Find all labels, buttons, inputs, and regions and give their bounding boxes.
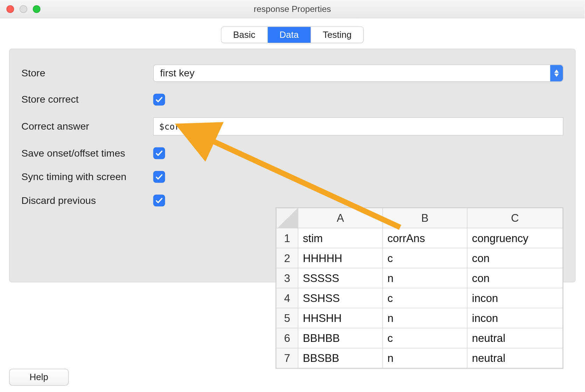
discard-previous-label: Discard previous: [21, 195, 153, 207]
cell[interactable]: n: [383, 308, 467, 328]
row-header[interactable]: 1: [276, 228, 298, 248]
row-header[interactable]: 5: [276, 308, 298, 328]
table-row: 2 HHHHH c con: [276, 248, 563, 268]
cell[interactable]: BBHBB: [298, 328, 383, 348]
cell[interactable]: con: [467, 248, 563, 268]
sheet-select-all[interactable]: [276, 208, 298, 228]
check-icon: [155, 173, 163, 181]
col-header-B[interactable]: B: [383, 208, 467, 228]
cell[interactable]: SSHSS: [298, 288, 383, 308]
cell[interactable]: neutral: [467, 328, 563, 348]
correct-answer-input[interactable]: $corrAns: [153, 117, 563, 136]
cell[interactable]: HHHHH: [298, 248, 383, 268]
cell[interactable]: BBSBB: [298, 348, 383, 368]
cell[interactable]: c: [383, 248, 467, 268]
store-label: Store: [21, 67, 153, 79]
store-correct-label: Store correct: [21, 94, 153, 105]
segmented-tabs: Basic Data Testing: [221, 26, 364, 43]
table-row: 7 BBSBB n neutral: [276, 348, 563, 368]
cell[interactable]: stim: [298, 228, 383, 248]
svg-marker-0: [554, 70, 559, 73]
col-header-A[interactable]: A: [298, 208, 383, 228]
cell[interactable]: n: [383, 268, 467, 288]
sync-timing-label: Sync timing with screen: [21, 171, 153, 183]
row-header[interactable]: 6: [276, 328, 298, 348]
zoom-icon[interactable]: [33, 5, 40, 13]
cell[interactable]: corrAns: [383, 228, 467, 248]
col-header-C[interactable]: C: [467, 208, 563, 228]
correct-answer-value: $corrAns: [159, 122, 201, 132]
row-header[interactable]: 2: [276, 248, 298, 268]
discard-previous-checkbox[interactable]: [153, 195, 165, 207]
tab-basic[interactable]: Basic: [221, 27, 268, 43]
table-row: 6 BBHBB c neutral: [276, 328, 563, 348]
check-icon: [155, 96, 163, 104]
cell[interactable]: incon: [467, 288, 563, 308]
tab-testing[interactable]: Testing: [311, 27, 364, 43]
correct-answer-label: Correct answer: [21, 121, 153, 132]
window-titlebar: response Properties: [0, 0, 585, 18]
window-title: response Properties: [254, 4, 331, 14]
row-header[interactable]: 7: [276, 348, 298, 368]
row-header[interactable]: 3: [276, 268, 298, 288]
cell[interactable]: con: [467, 268, 563, 288]
check-icon: [155, 197, 163, 205]
sync-timing-checkbox[interactable]: [153, 171, 165, 183]
cell[interactable]: HHSHH: [298, 308, 383, 328]
row-header[interactable]: 4: [276, 288, 298, 308]
svg-marker-1: [554, 74, 559, 77]
window-traffic-lights: [6, 5, 40, 13]
check-icon: [155, 149, 163, 157]
cell[interactable]: n: [383, 348, 467, 368]
help-button[interactable]: Help: [9, 369, 69, 386]
table-row: 5 HHSHH n incon: [276, 308, 563, 328]
store-dropdown[interactable]: first key: [153, 64, 563, 82]
minimize-icon[interactable]: [20, 5, 27, 13]
close-icon[interactable]: [6, 5, 14, 13]
cell[interactable]: c: [383, 288, 467, 308]
tabs-container: Basic Data Testing: [0, 18, 585, 45]
table-row: 4 SSHSS c incon: [276, 288, 563, 308]
store-value: first key: [160, 67, 194, 79]
cell[interactable]: SSSSS: [298, 268, 383, 288]
spreadsheet-overlay: A B C 1 stim corrAns congruency 2 HHHHH …: [276, 207, 564, 369]
dropdown-stepper-icon: [550, 65, 563, 82]
table-row: 3 SSSSS n con: [276, 268, 563, 288]
table-row: 1 stim corrAns congruency: [276, 228, 563, 248]
save-times-label: Save onset/offset times: [21, 147, 153, 159]
cell[interactable]: c: [383, 328, 467, 348]
cell[interactable]: congruency: [467, 228, 563, 248]
tab-data[interactable]: Data: [268, 27, 311, 43]
cell[interactable]: neutral: [467, 348, 563, 368]
cell[interactable]: incon: [467, 308, 563, 328]
save-times-checkbox[interactable]: [153, 147, 165, 159]
store-correct-checkbox[interactable]: [153, 94, 165, 105]
